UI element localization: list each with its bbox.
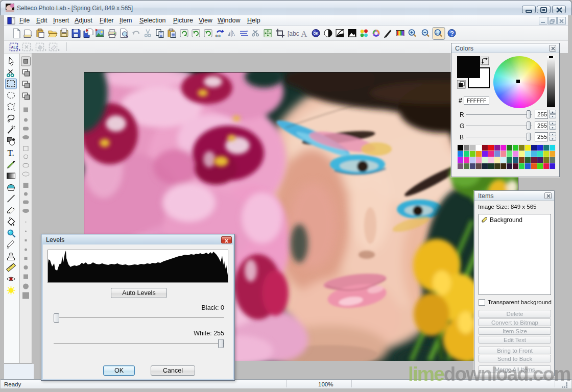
svg-text:T.: T. <box>8 148 14 158</box>
svg-text:[abc: [abc <box>288 30 299 37</box>
svg-text:A: A <box>301 29 307 39</box>
svg-text:1:1: 1:1 <box>436 31 441 34</box>
svg-text:?: ? <box>450 30 454 37</box>
svg-text:OK: OK <box>314 32 319 35</box>
svg-text:0.0: 0.0 <box>216 34 221 38</box>
svg-text:ALL: ALL <box>11 45 18 49</box>
